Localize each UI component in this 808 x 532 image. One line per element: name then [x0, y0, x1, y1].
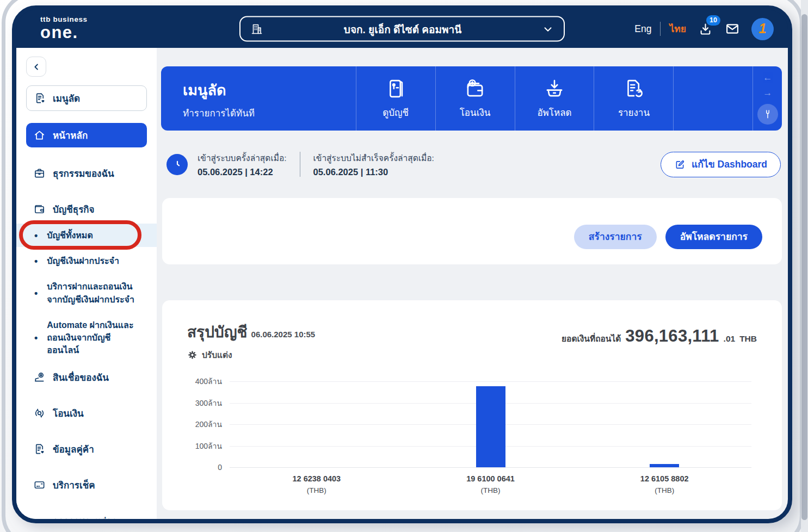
user-avatar[interactable]: 1: [751, 18, 774, 40]
sidebar-item-label: บริการเช็ค: [53, 478, 95, 492]
sidebar-item-cheque-services[interactable]: บริการเช็ค: [26, 473, 147, 497]
last-failed-login-value: 05.06.2025 | 11:30: [313, 167, 434, 177]
sidebar-subitem-automate-deposit-withdraw[interactable]: • Automate ฝากเงินและ ถอนเงินจากบัญชี ออ…: [16, 313, 157, 362]
edit-dashboard-label: แก้ไข Dashboard: [692, 157, 767, 172]
gear-icon: [187, 350, 198, 360]
create-transaction-button[interactable]: สร้างรายการ: [574, 225, 657, 249]
sidebar-item-partner-data[interactable]: ข้อมูลคู่ค้า: [26, 437, 147, 461]
account-number-label: 12 6105 8802: [577, 474, 751, 483]
quick-action-label: ดูบัญชี: [383, 105, 409, 120]
messages-button[interactable]: [724, 21, 741, 37]
transfer-arrows-icon: [33, 407, 46, 419]
sidebar-shortcut-menu[interactable]: เมนูลัด: [26, 85, 147, 111]
bullet-icon: •: [34, 333, 38, 343]
quick-menu-subtitle: ทำรายการได้ทันที: [183, 106, 356, 120]
company-selector[interactable]: บจก. ยูเอ็ก ดีไซต์ คอมพานี: [239, 16, 565, 42]
sidebar: เมนูลัด หน้าหลัก: [16, 48, 157, 519]
chart-x-axis-labels: 12 6238 0403 (THB) 19 6100 0641 (THB) 12…: [230, 474, 751, 494]
report-icon: [622, 77, 645, 100]
login-status-divider: [300, 152, 300, 177]
quick-menu-side-controls: ← →: [753, 66, 782, 131]
y-tick: 200ล้าน: [195, 418, 222, 430]
bar-column: [230, 381, 404, 467]
last-login-label: เข้าสู่ระบบครั้งล่าสุดเมื่อ:: [198, 151, 287, 165]
sidebar-subitem-fixed-deposit-accounts[interactable]: • บัญชีเงินฝากประจำ: [16, 249, 157, 273]
sidebar-item-label: หน้าหลัก: [53, 128, 88, 143]
sidebar-item-international-transactions[interactable]: ธุรกรรมระหว่างประเทศ: [26, 509, 147, 519]
sidebar-subitem-label: Automate ฝากเงินและ ถอนเงินจากบัญชี ออนไ…: [47, 319, 140, 357]
y-tick: 400ล้าน: [195, 375, 222, 387]
bar-account-3[interactable]: [650, 464, 679, 467]
avatar-initial: 1: [759, 21, 767, 36]
business-accounts-sub-list: • บัญชีทั้งหมด • บัญชีเงินฝากประจำ • บริ…: [16, 224, 157, 362]
chevron-left-icon: [32, 62, 41, 72]
page-scrollbar-track[interactable]: [801, 0, 808, 532]
transactions-actions-card: สร้างรายการ อัพโหลดรายการ: [162, 198, 782, 264]
customize-summary-label: ปรับแต่ง: [202, 348, 232, 362]
wrench-icon: [762, 109, 773, 120]
cheque-icon: [33, 479, 46, 491]
customize-summary-button[interactable]: ปรับแต่ง: [187, 348, 315, 362]
downloads-badge: 10: [706, 15, 720, 26]
last-login-value: 05.06.2025 | 14:22: [198, 167, 287, 177]
customize-quick-menu-button[interactable]: [757, 104, 778, 125]
sidebar-item-transfer-money[interactable]: โอนเงิน: [26, 401, 147, 425]
app: ttb business one. บจก. ยูเอ็ก ดีไซต์ คอม…: [16, 10, 788, 519]
x-category: 19 6100 0641 (THB): [404, 474, 578, 494]
quick-action-label: โอนเงิน: [460, 105, 491, 120]
carousel-arrow-left-icon[interactable]: ←: [763, 72, 772, 83]
quick-action-empty-slot: [673, 66, 753, 131]
sidebar-subitem-deposit-withdraw-service[interactable]: • บริการฝากและถอนเงิน จากบัญชีเงินฝากประ…: [16, 275, 157, 311]
bar-column: [577, 381, 751, 467]
sidebar-subitem-all-accounts[interactable]: • บัญชีทั้งหมด: [16, 224, 157, 247]
clock-icon: [166, 154, 188, 175]
sidebar-item-label: สินเชื่อของฉัน: [53, 370, 109, 385]
language-thai[interactable]: ไทย: [669, 21, 686, 36]
app-frame: ttb business one. บจก. ยูเอ็ก ดีไซต์ คอม…: [12, 5, 792, 523]
edit-dashboard-button[interactable]: แก้ไข Dashboard: [661, 152, 781, 177]
sidebar-subitem-label: บัญชีเงินฝากประจำ: [47, 255, 119, 267]
y-tick: 300ล้าน: [195, 397, 222, 409]
sidebar-item-my-loans[interactable]: สินเชื่อของฉัน: [26, 365, 147, 389]
withdrawable-balance-fraction: .01: [724, 334, 736, 344]
language-divider: [660, 22, 661, 36]
x-category: 12 6105 8802 (THB): [577, 474, 751, 494]
quick-action-view-accounts[interactable]: ดูบัญชี: [356, 66, 435, 131]
document-heart-icon: [33, 443, 46, 455]
upload-transactions-button[interactable]: อัพโหลดรายการ: [665, 225, 762, 249]
quick-menu-banner: เมนูลัด ทำรายการได้ทันที ดูบัญชี: [161, 66, 782, 131]
sidebar-item-home[interactable]: หน้าหลัก: [26, 123, 147, 147]
y-tick: 100ล้าน: [195, 440, 222, 452]
carousel-arrow-right-icon[interactable]: →: [763, 88, 772, 98]
main-content: เมนูลัด ทำรายการได้ทันที ดูบัญชี: [157, 48, 788, 519]
account-currency-label: (THB): [404, 486, 578, 494]
sidebar-item-business-accounts[interactable]: บัญชีธุรกิจ: [26, 197, 147, 221]
quick-action-upload[interactable]: อัพโหลด: [515, 66, 594, 131]
quick-action-report[interactable]: รายงาน: [594, 66, 673, 131]
company-selector-value: บจก. ยูเอ็ก ดีไซต์ คอมพานี: [269, 21, 536, 37]
account-summary-timestamp: 06.06.2025 10:55: [251, 330, 316, 339]
chevron-down-icon: [542, 23, 554, 35]
language-english[interactable]: Eng: [634, 23, 651, 35]
top-header-bar: ttb business one. บจก. ยูเอ็ก ดีไซต์ คอม…: [16, 10, 788, 48]
sidebar-item-my-transactions[interactable]: ธุรกรรมของฉัน: [26, 161, 147, 185]
account-summary-bar-chart: 400ล้าน 300ล้าน 200ล้าน 100ล้าน 0: [187, 381, 757, 494]
quick-action-transfer-money[interactable]: โอนเงิน: [435, 66, 515, 131]
document-heart-icon: [34, 92, 46, 104]
logo-line2: one.: [40, 24, 88, 41]
edit-pencil-icon: [674, 159, 686, 170]
sidebar-collapse-button[interactable]: [26, 57, 46, 77]
bullet-icon: •: [34, 288, 38, 298]
account-currency-label: (THB): [230, 486, 404, 494]
quick-action-label: อัพโหลด: [537, 105, 571, 120]
upload-tray-icon: [543, 77, 566, 100]
last-failed-login-block: เข้าสู่ระบบไม่สำเร็จครั้งล่าสุดเมื่อ: 05…: [313, 151, 434, 177]
y-tick: 0: [218, 463, 222, 472]
logo-line1: ttb business: [40, 16, 88, 23]
bar-account-2[interactable]: [476, 386, 505, 467]
account-summary-title: สรุปบัญชี: [187, 320, 248, 344]
downloads-button[interactable]: 10: [697, 21, 713, 37]
last-failed-login-label: เข้าสู่ระบบไม่สำเร็จครั้งล่าสุดเมื่อ:: [313, 151, 434, 165]
sidebar-subitem-label: บัญชีทั้งหมด: [47, 229, 93, 242]
page-scrollbar-thumb[interactable]: [801, 14, 807, 520]
